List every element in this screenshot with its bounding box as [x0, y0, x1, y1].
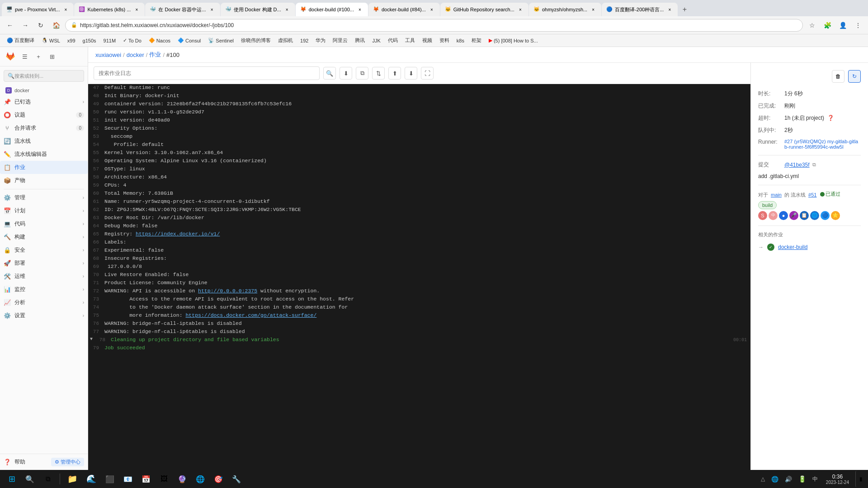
commit-hash-link[interactable]: @41be35f [784, 162, 810, 168]
tray-icon-1[interactable]: △ [759, 475, 767, 483]
bookmark-todo[interactable]: ✓ To Do [120, 37, 145, 44]
help-link[interactable]: ❓ 帮助 [4, 458, 25, 466]
chinese-input-icon[interactable]: 中 [811, 474, 820, 484]
bookmark-code[interactable]: 代码 [385, 36, 401, 45]
copy-commit-button[interactable]: ⧉ [812, 162, 816, 168]
queue-icon-blue[interactable]: 🔵 [821, 211, 830, 220]
breadcrumb-jobs[interactable]: 作业 [149, 51, 161, 59]
sidebar-item-security[interactable]: 🔒 安全 › [0, 244, 88, 257]
sidebar-item-jobs[interactable]: 📋 作业 [0, 161, 88, 174]
sidebar-new-button[interactable]: + [33, 51, 44, 62]
tab-pve[interactable]: 🖥️ pve - Proxmox Virt... × [2, 3, 74, 16]
bookmark-wsl[interactable]: 🐧 WSL [38, 37, 63, 44]
taskbar-app5[interactable]: 🔮 [174, 471, 190, 487]
tab-close-k8s[interactable]: × [133, 6, 140, 13]
bookmark-button[interactable]: ☆ [806, 19, 818, 32]
taskbar-terminal[interactable]: ⬛ [102, 471, 118, 487]
sidebar-item-manage[interactable]: ⚙️ 管理 › [0, 191, 88, 204]
taskbar-calendar[interactable]: 📅 [138, 471, 154, 487]
tab-close-docker2[interactable]: × [283, 6, 291, 13]
bookmark-aliyun[interactable]: 阿里云 [330, 36, 351, 45]
bookmark-rack[interactable]: 柜架 [468, 36, 485, 45]
tab-docker-build-100[interactable]: 🦊 docker-build (#100... × [296, 3, 368, 16]
sidebar-item-code[interactable]: 💻 代码 › [0, 217, 88, 230]
gitlab-logo[interactable] [4, 50, 17, 63]
tab-close-docker1[interactable]: × [208, 6, 216, 13]
tab-close-pve[interactable]: × [62, 6, 69, 13]
download-raw-button[interactable]: ⬇ [340, 67, 352, 80]
task-view-button[interactable]: ⧉ [40, 471, 56, 487]
new-tab-button[interactable]: + [678, 3, 691, 16]
search-button[interactable]: 🔍 [323, 67, 336, 80]
related-job-link[interactable]: docker-build [778, 244, 807, 250]
sidebar-item-pipelines[interactable]: 🔄 流水线 [0, 135, 88, 148]
bookmark-911m[interactable]: 911M [100, 37, 119, 44]
bookmark-consul[interactable]: 🔷 Consul [175, 37, 204, 44]
taskbar-photos[interactable]: 🖼 [156, 471, 172, 487]
tab-docker2[interactable]: 🐳 使用 Docker 构建 D... × [221, 3, 295, 16]
reload-button[interactable]: ↻ [34, 19, 47, 32]
admin-center-button[interactable]: ⚙ 管理中心 [51, 458, 84, 466]
queue-icon-file[interactable]: 📋 [800, 211, 809, 220]
bookmark-youtube[interactable]: ▶ (5) [008] How to S... [486, 37, 541, 44]
attack-surface-link[interactable]: https://docs.docker.com/go/attack-surfac… [185, 312, 316, 318]
queue-icon-zh[interactable]: 中 [769, 211, 778, 220]
tab-github[interactable]: 🐱 GitHub Repository search... × [440, 3, 528, 16]
tab-docker1[interactable]: 🐳 在 Docker 容器中运... × [145, 3, 220, 16]
runner-link[interactable]: #27 (yr5WzQMQz) my-gitlab-gitlab-runner-… [784, 139, 861, 150]
tab-baidu[interactable]: 🔵 百度翻译-200种语言... × [602, 3, 678, 16]
filter-button[interactable]: ⇅ [372, 67, 385, 80]
tab-close-github[interactable]: × [517, 6, 524, 13]
search-taskbar-button[interactable]: 🔍 [22, 471, 38, 487]
extensions-button[interactable]: 🧩 [821, 19, 834, 32]
windows-start-button[interactable]: ⊞ [4, 471, 20, 487]
tab-ohmyzsh[interactable]: 🐱 ohmyzsh/ohmyzsh... × [529, 3, 601, 16]
bookmark-tools[interactable]: 工具 [402, 36, 418, 45]
sidebar-item-build[interactable]: 🔨 构建 › [0, 230, 88, 244]
tab-close-ohmyzsh[interactable]: × [590, 6, 597, 13]
bookmark-tencent[interactable]: 腾讯 [352, 36, 368, 45]
address-bar[interactable]: 🔓 https://gitlab.test.helm.xuxiaowei.cn/… [65, 19, 803, 32]
delete-button[interactable]: 🗑 [832, 70, 844, 83]
bookmark-baidu-translate[interactable]: 🔵 百度翻译 [4, 36, 38, 45]
registry-link[interactable]: https://index.docker.io/v1/ [136, 231, 220, 237]
pipeline-num-link[interactable]: #51 [808, 192, 816, 197]
bookmark-video[interactable]: 视频 [419, 36, 435, 45]
sidebar-item-issues[interactable]: ⭕ 议题 0 [0, 108, 88, 122]
api-link[interactable]: http://0.0.0.0:2375 [198, 288, 257, 294]
sidebar-item-monitor[interactable]: 📊 监控 › [0, 283, 88, 296]
taskbar-mail[interactable]: 📧 [120, 471, 136, 487]
queue-icon-globe[interactable]: 🌐 [810, 211, 819, 220]
sidebar-toggle-button[interactable]: ☰ [19, 51, 31, 62]
profile-button[interactable]: 👤 [836, 19, 849, 32]
bookmark-blog[interactable]: 徐晓伟的博客 [238, 36, 274, 45]
sidebar-item-ops[interactable]: 🛠️ 运维 › [0, 270, 88, 283]
tab-close-docker-build-84[interactable]: × [428, 6, 435, 13]
breadcrumb-user[interactable]: xuxiaowei [95, 52, 121, 58]
sidebar-item-plan[interactable]: 📅 计划 › [0, 204, 88, 217]
scroll-bottom-button[interactable]: ⬇ [405, 67, 417, 80]
tab-close-docker-build-100[interactable]: × [356, 6, 363, 13]
fullscreen-button[interactable]: ⛶ [421, 67, 434, 80]
clock-display[interactable]: 0:36 2023-12-24 [823, 473, 852, 486]
tab-docker-build-84[interactable]: 🦊 docker-build (#84)... × [368, 3, 440, 16]
bookmark-192[interactable]: 192 [297, 37, 311, 44]
bookmark-jjk[interactable]: JJK [369, 37, 383, 44]
sidebar-item-settings[interactable]: ⚙️ 设置 › [0, 309, 88, 322]
tab-k8s[interactable]: ☸️ Kubernetes (k8s) ... × [74, 3, 145, 16]
sidebar-grid-button[interactable]: ⊞ [46, 51, 58, 62]
scroll-top-button[interactable]: ⬆ [388, 67, 401, 80]
taskbar-edge[interactable]: 🌊 [83, 471, 100, 487]
taskbar-chrome[interactable]: 🌐 [192, 471, 208, 487]
sidebar-item-analyze[interactable]: 📈 分析 › [0, 296, 88, 309]
bookmark-sentinel[interactable]: 📡 Sentinel [205, 37, 237, 44]
sidebar-item-mergerequests[interactable]: ⑂ 合并请求 0 [0, 122, 88, 135]
back-button[interactable]: ← [4, 19, 16, 32]
log-container[interactable]: 47 Default Runtime: runc 48 Init Binary:… [88, 84, 750, 470]
queue-icon-s[interactable]: S [758, 211, 767, 220]
network-icon[interactable]: 🌐 [769, 475, 780, 483]
battery-icon[interactable]: 🔋 [797, 474, 808, 483]
bookmark-vm[interactable]: 虚拟机 [275, 36, 296, 45]
log-search-input[interactable] [94, 66, 320, 80]
breadcrumb-project[interactable]: docker [127, 52, 144, 58]
